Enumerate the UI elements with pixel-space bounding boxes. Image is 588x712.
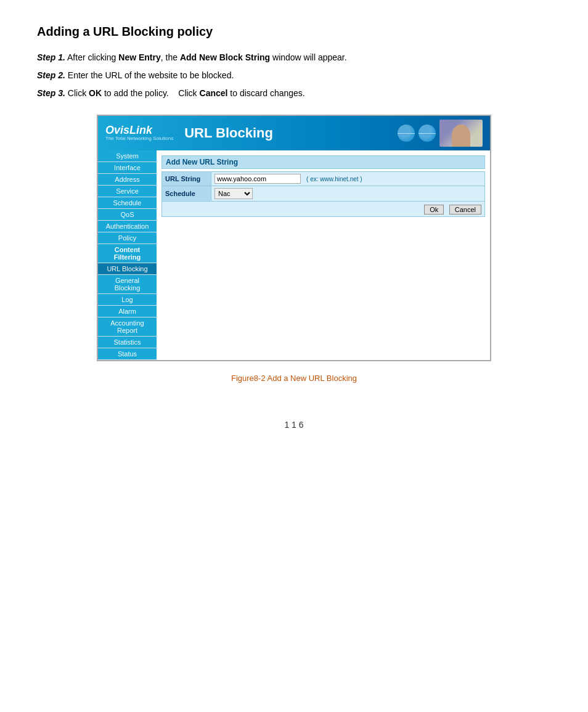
url-string-label: URL String (162, 172, 211, 186)
schedule-label: Schedule (162, 186, 211, 202)
url-string-cell: ( ex: www.hinet.net ) (211, 172, 485, 186)
sidebar-item-accounting-report[interactable]: Accounting Report (98, 317, 157, 337)
schedule-select[interactable]: Nac Always Custom (214, 188, 253, 199)
main-content: Add New URL String URL String ( ex: www.… (157, 150, 490, 360)
sidebar-item-system[interactable]: System (98, 150, 157, 162)
sidebar-item-schedule[interactable]: Schedule (98, 197, 157, 209)
step-2: Step 2. Enter the URL of the website to … (37, 69, 551, 82)
page-title: Adding a URL Blocking policy (37, 25, 551, 39)
step-1-label: Step 1. (37, 52, 65, 62)
panel-title: Add New URL String (161, 155, 485, 169)
step-3-label: Step 3. (37, 88, 65, 98)
sidebar-item-service[interactable]: Service (98, 186, 157, 197)
router-screenshot: OvisLink The Total Networking Solutions … (97, 115, 491, 361)
url-string-hint: ( ex: www.hinet.net ) (303, 176, 362, 182)
step-3: Step 3. Click OK to add the policy. Clic… (37, 87, 551, 100)
step-2-label: Step 2. (37, 70, 65, 80)
sidebar-item-log[interactable]: Log (98, 294, 157, 306)
form-button-row: Ok Cancel (161, 202, 485, 217)
router-page-title: URL Blocking (184, 125, 273, 141)
figure-caption: Figure8-2 Add a New URL Blocking (37, 374, 551, 383)
sidebar: System Interface Address Service Schedul… (98, 150, 157, 360)
sidebar-item-statistics[interactable]: Statistics (98, 337, 157, 348)
header-figure (452, 125, 470, 147)
steps-section: Step 1. After clicking New Entry, the Ad… (37, 51, 551, 100)
router-logo: OvisLink The Total Networking Solutions (105, 125, 173, 142)
sidebar-item-interface[interactable]: Interface (98, 162, 157, 174)
sidebar-item-address[interactable]: Address (98, 174, 157, 186)
sidebar-item-policy[interactable]: Policy (98, 232, 157, 244)
page-number: 1 1 6 (37, 420, 551, 430)
url-string-input[interactable] (214, 174, 301, 184)
globe-icon-1 (398, 125, 415, 142)
router-body: System Interface Address Service Schedul… (98, 150, 490, 360)
sidebar-item-url-blocking[interactable]: URL Blocking (98, 263, 157, 275)
sidebar-item-status[interactable]: Status (98, 348, 157, 360)
step-3-text: Click OK to add the policy. Click Cancel… (68, 88, 305, 98)
schedule-row: Schedule Nac Always Custom (162, 186, 485, 202)
step-1: Step 1. After clicking New Entry, the Ad… (37, 51, 551, 64)
step-2-text: Enter the URL of the website to be block… (68, 70, 234, 80)
sidebar-item-alarm[interactable]: Alarm (98, 306, 157, 317)
router-header: OvisLink The Total Networking Solutions … (98, 116, 490, 150)
url-string-row: URL String ( ex: www.hinet.net ) (162, 172, 485, 186)
sidebar-item-general-blocking[interactable]: General Blocking (98, 275, 157, 294)
header-icons (398, 120, 483, 147)
add-url-form: URL String ( ex: www.hinet.net ) Schedul… (161, 171, 485, 202)
cancel-button[interactable]: Cancel (449, 205, 481, 215)
globe-icon-2 (419, 125, 436, 142)
logo-brand: OvisLink (105, 125, 173, 136)
logo-tagline: The Total Networking Solutions (105, 136, 173, 142)
schedule-cell: Nac Always Custom (211, 186, 485, 202)
header-photo (439, 120, 483, 147)
sidebar-item-qos[interactable]: QoS (98, 209, 157, 221)
step-1-text: After clicking New Entry, the Add New Bl… (67, 52, 347, 62)
ok-button[interactable]: Ok (424, 205, 444, 215)
sidebar-item-authentication[interactable]: Authentication (98, 221, 157, 232)
sidebar-item-content-filtering[interactable]: Content Filtering (98, 244, 157, 263)
